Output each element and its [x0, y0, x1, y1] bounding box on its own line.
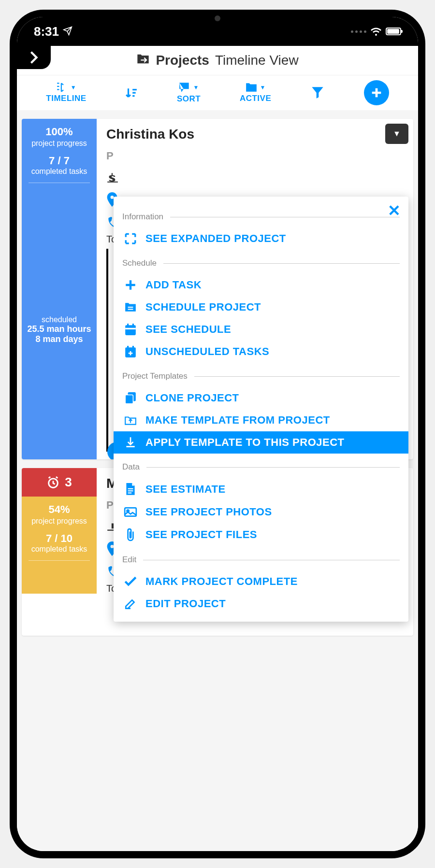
sort-direction-button[interactable]: [125, 86, 138, 99]
menu-label: CLONE PROJECT: [145, 392, 239, 404]
sort-dropdown[interactable]: ▼ SORT: [177, 82, 201, 104]
location-arrow-icon: [63, 24, 72, 39]
svg-rect-11: [125, 508, 136, 516]
edit-project[interactable]: EDIT PROJECT: [114, 593, 408, 615]
page-subtitle: Timeline View: [215, 53, 299, 68]
see-expanded-project[interactable]: SEE EXPANDED PROJECT: [114, 228, 408, 250]
completed-tasks-count: 7 / 7: [25, 155, 94, 167]
app-header: Projects Timeline View ▼ TIMELINE: [17, 46, 418, 110]
svg-rect-4: [125, 328, 136, 329]
completed-tasks-label: completed tasks: [25, 167, 94, 176]
project-progress-panel: 54% project progress 7 / 10 completed ta…: [22, 497, 97, 594]
progress-label: project progress: [25, 517, 94, 526]
menu-label: UNSCHEDULED TASKS: [145, 345, 269, 358]
phone-frame: 8:31: [10, 10, 425, 858]
alarm-badge: 3: [22, 468, 97, 497]
section-header: Data: [122, 462, 140, 472]
add-task[interactable]: ADD TASK: [114, 274, 408, 296]
toolbar: ▼ TIMELINE ▼ SORT: [17, 75, 418, 110]
progress-percent: 100%: [25, 126, 94, 138]
see-files[interactable]: SEE PROJECT FILES: [114, 523, 408, 546]
svg-rect-7: [125, 395, 133, 404]
apply-template[interactable]: APPLY TEMPLATE TO THIS PROJECT: [114, 431, 408, 454]
clone-project[interactable]: CLONE PROJECT: [114, 387, 408, 409]
add-project-button[interactable]: [364, 80, 389, 105]
active-dropdown[interactable]: ▼ ACTIVE: [240, 82, 271, 103]
menu-label: EDIT PROJECT: [145, 598, 226, 610]
menu-label: ADD TASK: [145, 279, 202, 291]
menu-label: SEE PROJECT PHOTOS: [145, 506, 272, 518]
edit-icon: [122, 598, 139, 610]
project-action-menu: ✕ Information SEE EXPANDED PROJECT Sched…: [114, 197, 408, 622]
see-schedule[interactable]: SEE SCHEDULE: [114, 318, 408, 341]
project-progress-panel: 100% project progress 7 / 7 completed ta…: [22, 119, 97, 459]
wifi-icon: [370, 24, 382, 39]
folder-up-icon: [122, 415, 139, 426]
calendar-plus-icon: [122, 345, 139, 358]
section-header: Information: [122, 212, 163, 222]
see-photos[interactable]: SEE PROJECT PHOTOS: [114, 501, 408, 523]
project-menu-button[interactable]: ▼: [385, 124, 408, 144]
download-icon: [122, 436, 139, 449]
close-button[interactable]: ✕: [388, 201, 401, 220]
priority-label: P: [106, 150, 114, 162]
svg-rect-10: [128, 492, 132, 493]
menu-label: SEE SCHEDULE: [145, 323, 231, 336]
check-icon: [122, 576, 139, 587]
image-icon: [122, 507, 139, 517]
section-header: Edit: [122, 555, 136, 565]
paperclip-icon: [122, 528, 139, 541]
alarm-count: 3: [65, 475, 72, 490]
svg-rect-9: [128, 490, 133, 491]
progress-percent: 54%: [25, 503, 94, 516]
signal-dots-icon: [351, 30, 366, 33]
mark-complete[interactable]: MARK PROJECT COMPLETE: [114, 570, 408, 593]
timeline-dropdown[interactable]: ▼ TIMELINE: [46, 82, 86, 103]
section-header: Schedule: [122, 258, 157, 268]
svg-rect-1: [128, 307, 133, 308]
menu-label: SEE EXPANDED PROJECT: [145, 232, 286, 245]
man-hours: 25.5 man hours: [27, 324, 91, 334]
menu-label: APPLY TEMPLATE TO THIS PROJECT: [145, 436, 344, 449]
payment-icon: [106, 172, 404, 183]
schedule-project[interactable]: SCHEDULE PROJECT: [114, 296, 408, 318]
svg-rect-2: [128, 309, 133, 310]
priority-label: P: [106, 499, 114, 512]
svg-rect-3: [125, 325, 136, 335]
battery-icon: [386, 28, 401, 35]
sort-label: SORT: [177, 94, 201, 104]
phone-notch: [140, 10, 295, 30]
completed-tasks-count: 7 / 10: [25, 532, 94, 545]
project-name: Christina Kos: [106, 127, 404, 142]
man-days: 8 man days: [35, 334, 83, 344]
scheduled-label: scheduled: [25, 315, 94, 324]
menu-label: SEE PROJECT FILES: [145, 528, 257, 541]
see-estimate[interactable]: SEE ESTIMATE: [114, 478, 408, 501]
menu-label: SCHEDULE PROJECT: [145, 301, 261, 313]
svg-rect-8: [128, 488, 133, 489]
menu-label: MAKE TEMPLATE FROM PROJECT: [145, 414, 330, 427]
filter-button[interactable]: [310, 86, 325, 100]
active-label: ACTIVE: [240, 94, 271, 103]
section-header: Project Templates: [122, 371, 188, 381]
make-template[interactable]: MAKE TEMPLATE FROM PROJECT: [114, 409, 408, 431]
plus-icon: [122, 279, 139, 291]
completed-tasks-label: completed tasks: [25, 545, 94, 554]
page-title: Projects: [156, 53, 209, 68]
phone-screen: 8:31: [17, 17, 418, 851]
unscheduled-tasks[interactable]: UNSCHEDULED TASKS: [114, 341, 408, 363]
calendar-icon: [122, 323, 139, 336]
folder-icon: [122, 302, 139, 313]
copy-icon: [122, 392, 139, 404]
menu-label: SEE ESTIMATE: [145, 483, 226, 496]
timeline-label: TIMELINE: [46, 94, 86, 103]
expand-icon: [122, 232, 139, 245]
document-icon: [122, 483, 139, 496]
folder-arrow-icon: [136, 53, 150, 68]
back-button[interactable]: [17, 46, 51, 69]
menu-label: MARK PROJECT COMPLETE: [145, 575, 298, 588]
progress-label: project progress: [25, 139, 94, 148]
status-time: 8:31: [34, 24, 59, 39]
